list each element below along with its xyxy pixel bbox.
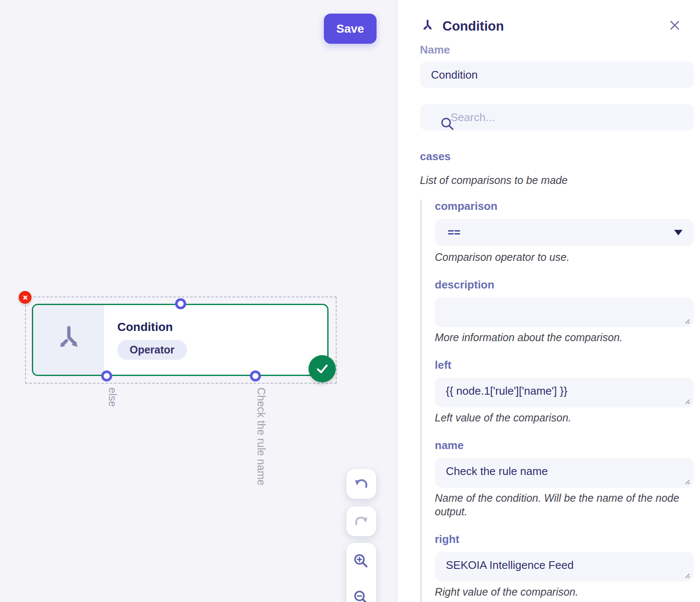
right-help: Right value of the comparison.: [435, 585, 694, 599]
right-value-textarea[interactable]: SEKOIA Intelligence Feed: [435, 552, 694, 582]
panel-title: Condition: [442, 19, 504, 34]
zoom-in-button[interactable]: [352, 552, 370, 570]
branch-icon: [53, 324, 85, 356]
zoom-controls: [346, 543, 376, 602]
zoom-out-button[interactable]: [352, 589, 370, 602]
node-valid-check-icon: [309, 355, 336, 382]
left-label: left: [435, 359, 694, 372]
comparison-help: Comparison operator to use.: [435, 250, 694, 264]
cases-label: cases: [420, 150, 694, 163]
case-fields-group: comparison == Comparison operator to use…: [420, 200, 694, 602]
redo-icon: [354, 514, 369, 529]
case-name-textarea[interactable]: Check the rule name: [435, 458, 694, 488]
undo-icon: [354, 476, 369, 492]
node-output-handle-else[interactable]: [101, 370, 112, 382]
node-name-input[interactable]: [420, 62, 694, 88]
comparison-value: ==: [448, 226, 460, 239]
redo-button[interactable]: [346, 506, 376, 536]
description-help: More information about the comparison.: [435, 331, 694, 344]
chevron-down-icon: [674, 230, 683, 235]
comparison-select[interactable]: ==: [435, 219, 694, 246]
name-label: Name: [420, 43, 694, 57]
delete-icon: [22, 294, 29, 301]
left-value-textarea[interactable]: {{ node.1['rule']['name'] }}: [435, 378, 694, 407]
close-icon: [669, 26, 680, 32]
zoom-out-icon: [352, 589, 370, 602]
resize-handle-icon[interactable]: [684, 573, 691, 579]
node-input-handle[interactable]: [175, 298, 186, 309]
resize-handle-icon[interactable]: [684, 318, 691, 325]
delete-node-button[interactable]: [19, 291, 31, 304]
comparison-label: comparison: [435, 200, 694, 213]
condition-node[interactable]: Condition Operator: [32, 304, 329, 376]
output-label-else: else: [107, 387, 118, 407]
node-title: Condition: [117, 320, 187, 334]
description-label: description: [435, 278, 694, 291]
left-help: Left value of the comparison.: [435, 411, 694, 424]
right-label: right: [435, 533, 694, 546]
branch-icon: [420, 19, 435, 34]
case-name-label: name: [435, 439, 694, 452]
resize-handle-icon[interactable]: [684, 479, 691, 485]
node-config-panel: Condition Name cases Li: [398, 0, 700, 602]
search-input[interactable]: [420, 104, 694, 130]
workflow-canvas[interactable]: Save Condition Operator: [0, 0, 398, 602]
description-textarea[interactable]: [435, 297, 694, 327]
playbook-editor: Save Condition Operator: [0, 0, 700, 602]
resize-handle-icon[interactable]: [684, 399, 691, 405]
node-output-handle-case[interactable]: [250, 370, 261, 382]
undo-button[interactable]: [346, 469, 376, 499]
zoom-in-icon: [352, 552, 370, 570]
close-panel-button[interactable]: [668, 20, 681, 32]
cases-help: List of comparisons to be made: [420, 173, 694, 187]
save-button[interactable]: Save: [324, 14, 377, 44]
case-name-help: Name of the condition. Will be the name …: [435, 491, 694, 518]
output-label-case: Check the rule name: [256, 387, 266, 486]
operator-badge: Operator: [117, 340, 187, 360]
node-icon-section: [33, 305, 104, 375]
